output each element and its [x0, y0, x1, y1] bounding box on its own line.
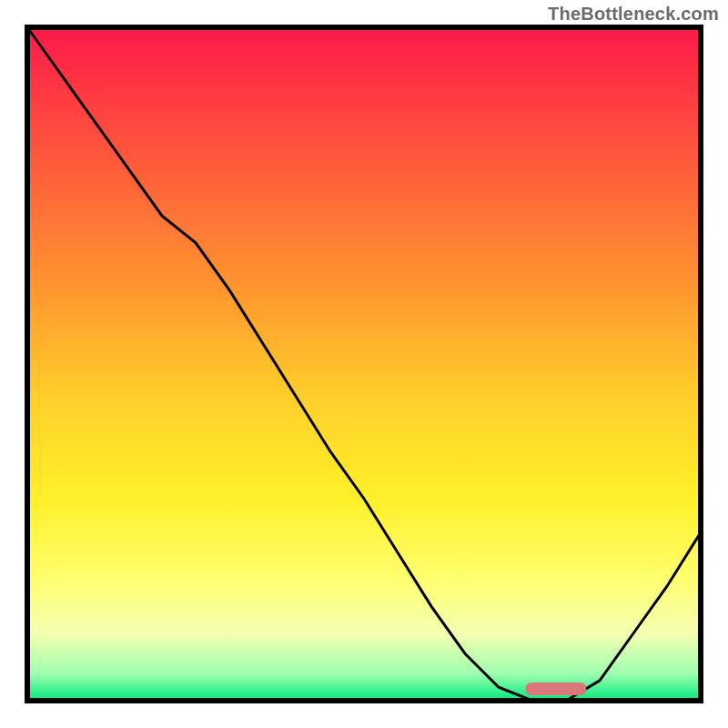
chart-svg [0, 0, 728, 728]
optimum-marker [526, 682, 587, 695]
bottleneck-chart: TheBottleneck.com [0, 0, 728, 728]
watermark-text: TheBottleneck.com [548, 4, 719, 25]
gradient-background [27, 27, 701, 701]
